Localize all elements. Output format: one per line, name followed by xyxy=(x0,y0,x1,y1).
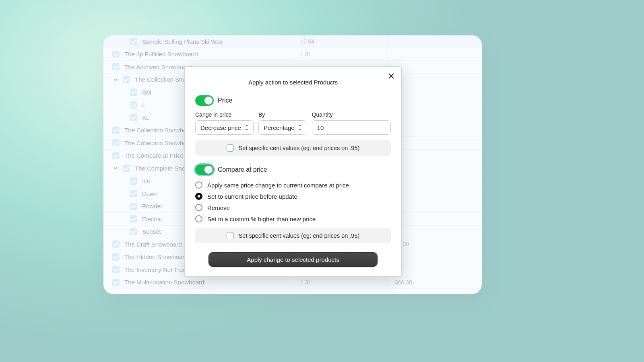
by-label: By xyxy=(258,111,307,118)
sort-icon xyxy=(245,125,249,130)
cents-label-compare: Set specific cent values (eg: end prices… xyxy=(239,232,360,239)
compare-at-price-radios: Apply same price change to current compa… xyxy=(195,181,391,222)
radio-label: Set to a custom % higher than new price xyxy=(207,216,316,222)
compare-radio-option[interactable]: Remove xyxy=(195,204,391,211)
compare-at-price-toggle[interactable] xyxy=(195,165,214,175)
price-toggle-label: Price xyxy=(218,97,232,104)
radio-button[interactable] xyxy=(195,215,202,222)
change-in-price-value: Decrease price xyxy=(200,124,241,131)
by-value: Percentage xyxy=(264,124,295,131)
close-icon xyxy=(388,73,394,79)
cents-label: Set specific cent values (eg: end prices… xyxy=(239,145,360,151)
sort-icon xyxy=(299,125,303,130)
quantity-label: Quantity xyxy=(312,111,391,118)
apply-change-button[interactable]: Apply change to selected products xyxy=(208,252,378,267)
radio-label: Remove xyxy=(207,204,230,211)
cents-checkbox[interactable] xyxy=(227,144,234,152)
change-in-price-label: Cange in price xyxy=(195,111,254,118)
modal-title: Apply action to selected Products xyxy=(185,67,401,89)
compare-radio-option[interactable]: Set to current price before update xyxy=(195,193,391,200)
radio-button[interactable] xyxy=(195,193,202,200)
compare-at-price-toggle-label: Compare at price xyxy=(218,166,267,173)
quantity-input[interactable]: 10 xyxy=(312,120,391,135)
quantity-value: 10 xyxy=(317,124,324,131)
radio-label: Apply same price change to current compa… xyxy=(207,182,349,189)
price-toggle[interactable] xyxy=(195,95,214,106)
close-button[interactable] xyxy=(387,72,396,80)
change-in-price-select[interactable]: Decrease price xyxy=(195,120,254,135)
cents-option-bar-compare: Set specific cent values (eg: end prices… xyxy=(195,228,391,243)
cents-option-bar: Set specific cent values (eg: end prices… xyxy=(195,140,391,156)
apply-action-modal: Apply action to selected Products Price … xyxy=(184,66,402,277)
compare-radio-option[interactable]: Set to a custom % higher than new price xyxy=(195,215,391,222)
by-select[interactable]: Percentage xyxy=(258,120,307,135)
radio-button[interactable] xyxy=(195,181,202,189)
compare-radio-option[interactable]: Apply same price change to current compa… xyxy=(195,181,391,189)
radio-button[interactable] xyxy=(195,204,202,211)
cents-checkbox-compare[interactable] xyxy=(227,232,234,239)
radio-label: Set to current price before update xyxy=(207,193,297,200)
